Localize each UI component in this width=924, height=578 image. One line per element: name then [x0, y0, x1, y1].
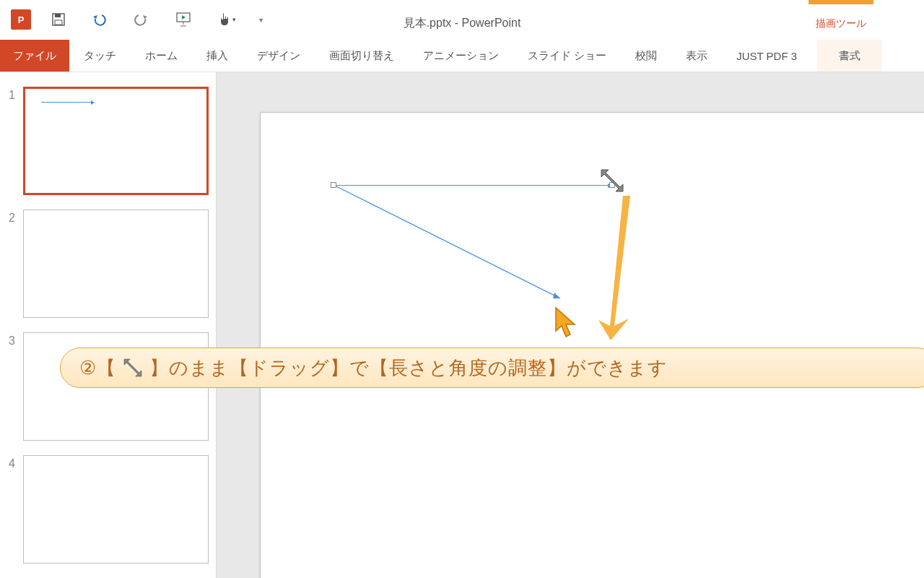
slideshow-button[interactable]	[170, 9, 199, 30]
guide-arrow-icon	[593, 196, 636, 342]
annotation-text: 】のまま【ドラッグ】で【長さと角度の調整】ができます	[149, 355, 668, 381]
tab-animation[interactable]: アニメーション	[409, 40, 513, 72]
tab-insert[interactable]: 挿入	[192, 40, 243, 72]
tab-justpdf3[interactable]: JUST PDF 3	[722, 40, 811, 72]
app-icon-label: P	[18, 14, 25, 25]
quick-access-toolbar: P ▾ ▾	[11, 9, 268, 30]
annotation-prefix: ②【	[79, 355, 116, 381]
tool-tab-label: 描画ツール	[816, 4, 866, 30]
tab-transition[interactable]: 画面切り替え	[315, 40, 409, 72]
main-area: 1 2 3 4	[0, 72, 924, 578]
tab-label: 表示	[686, 49, 707, 63]
svg-rect-1	[55, 14, 61, 17]
thumbnail-number: 3	[9, 332, 23, 441]
tab-review[interactable]: 校閲	[621, 40, 671, 72]
tab-label: デザイン	[257, 49, 300, 63]
thumbnail-row[interactable]: 4	[9, 455, 209, 564]
thumbnail-number: 4	[9, 455, 23, 564]
tab-format[interactable]: 書式	[817, 40, 882, 72]
qat-customize-button[interactable]: ▾	[253, 9, 268, 30]
powerpoint-app-icon: P	[11, 9, 31, 30]
tab-label: アニメーション	[423, 49, 499, 63]
thumb-arrow-shape	[41, 102, 92, 103]
save-button[interactable]	[44, 9, 73, 30]
resize-handle-left[interactable]	[331, 182, 336, 188]
tab-design[interactable]: デザイン	[243, 40, 315, 72]
title-bar: P ▾ ▾ 見本.pptx - PowerPoint 描画ツール	[0, 0, 924, 40]
svg-rect-2	[55, 20, 62, 25]
arrow-shape-diagonal-preview	[336, 186, 575, 306]
resize-diagonal-cursor-icon	[598, 167, 626, 197]
arrow-shape-horizontal[interactable]	[334, 185, 609, 186]
tab-label: タッチ	[84, 49, 116, 63]
thumbnail-number: 1	[9, 87, 23, 195]
tab-label: JUST PDF 3	[736, 50, 797, 62]
tab-home[interactable]: ホーム	[131, 40, 192, 72]
window-title: 見本.pptx - PowerPoint	[404, 16, 521, 31]
touch-mode-button[interactable]: ▾	[212, 9, 240, 30]
tab-label: スライド ショー	[528, 49, 606, 63]
tab-view[interactable]: 表示	[671, 40, 722, 72]
redo-button[interactable]	[128, 9, 157, 30]
slide-thumbnail-2[interactable]	[23, 210, 209, 318]
thumbnail-row[interactable]: 2	[9, 210, 209, 318]
tab-file-label: ファイル	[13, 49, 56, 63]
slide-thumbnail-4[interactable]	[23, 455, 209, 564]
slide-canvas-area[interactable]: ②【 】のまま【ドラッグ】で【長さと角度の調整】ができます	[217, 72, 924, 578]
thumbnail-row[interactable]: 1	[9, 87, 209, 195]
resize-diagonal-cursor-icon	[121, 357, 145, 379]
undo-button[interactable]	[86, 9, 115, 30]
slide-thumbnail-panel[interactable]: 1 2 3 4	[0, 72, 217, 578]
tab-label: 画面切り替え	[329, 49, 394, 63]
annotation-callout: ②【 】のまま【ドラッグ】で【長さと角度の調整】ができます	[60, 348, 924, 388]
tab-file[interactable]: ファイル	[0, 40, 69, 72]
ribbon-tabs: ファイル タッチ ホーム 挿入 デザイン 画面切り替え アニメーション スライド…	[0, 40, 924, 72]
tab-label: 挿入	[206, 49, 228, 63]
thumbnail-number: 2	[9, 210, 23, 318]
svg-line-6	[336, 186, 560, 298]
tab-slideshow[interactable]: スライド ショー	[513, 40, 621, 72]
slide-thumbnail-1[interactable]	[23, 87, 209, 195]
contextual-tool-tab: 描画ツール	[808, 0, 873, 30]
tab-touch[interactable]: タッチ	[69, 40, 131, 72]
tab-label: ホーム	[145, 49, 178, 63]
mouse-pointer-icon	[553, 306, 582, 343]
tab-label: 書式	[839, 49, 860, 63]
tab-label: 校閲	[635, 49, 657, 63]
slide-canvas[interactable]: ②【 】のまま【ドラッグ】で【長さと角度の調整】ができます	[260, 112, 924, 578]
